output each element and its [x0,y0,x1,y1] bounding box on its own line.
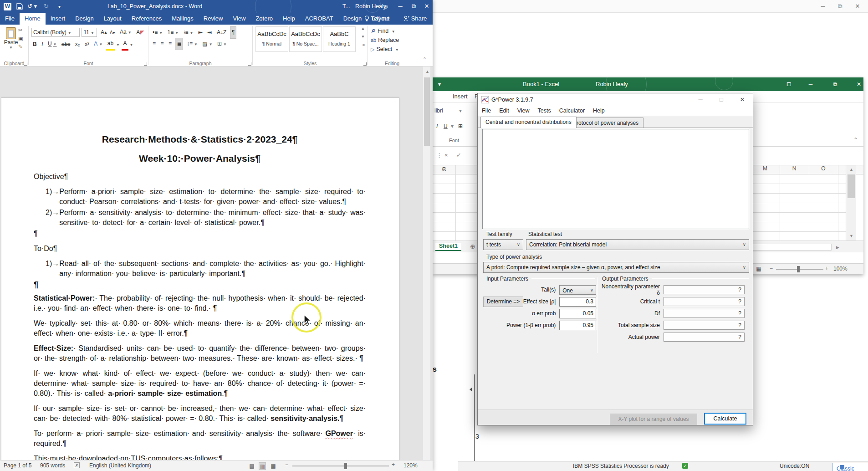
tell-me-button[interactable]: Tell me [364,15,390,22]
ribbon-tab[interactable]: Help [278,13,300,25]
scrollbar-thumb[interactable] [424,77,430,146]
collapse-ribbon-icon[interactable]: ⌃ [853,137,858,143]
close-icon[interactable]: ✕ [732,93,753,106]
calculate-button[interactable]: Calculate [704,413,746,425]
justify-icon[interactable]: ≣ [175,38,183,50]
cut-icon[interactable]: ✂ [18,27,22,33]
bullets-icon[interactable]: •≡▼ [151,27,164,39]
excel-titlebar[interactable]: ▾ Book1 - Excel Robin Healy ⧠ ─ ⧉ ✕ [433,77,863,91]
doc-paragraph[interactable]: Objective¶ [34,172,366,182]
minimize-icon[interactable]: ─ [393,0,408,13]
menu-item[interactable]: View [513,106,534,114]
column-header[interactable]: M [751,165,780,174]
zoom-in-icon[interactable]: + [825,265,828,271]
doc-paragraph[interactable]: 1)→Read· all· of· the· subsequent· secti… [34,259,366,279]
tab-central-noncentral[interactable]: Central and noncentral distributions [480,117,577,128]
word-vertical-scrollbar[interactable]: ▲ [423,67,430,460]
scroll-up-icon[interactable]: ▲ [849,167,853,172]
minimize-icon[interactable]: ─ [690,93,711,106]
ribbon-tab[interactable]: Design [70,13,98,25]
web-layout-icon[interactable]: ▦ [270,462,277,470]
tails-select[interactable]: ∨One [559,285,596,295]
multilevel-list-icon[interactable]: ⁝≡▼ [182,27,195,39]
menu-item[interactable]: Edit [495,106,513,114]
gallery-down-icon[interactable]: ▼ [361,35,365,39]
print-layout-icon[interactable]: ▥ [259,462,266,470]
language-indicator[interactable]: English (United Kingdom) [89,462,151,469]
restore-icon[interactable]: ⧉ [827,79,843,89]
paste-button[interactable]: Paste [3,39,19,46]
zoom-in-icon[interactable]: + [392,461,395,468]
dialog-launcher-icon[interactable] [144,62,147,66]
ribbon-tab[interactable]: Mailings [167,13,199,25]
smile-feedback-icon[interactable]: ☺ [378,0,393,13]
doc-paragraph[interactable]: If· our· sample· size· is· set· or· cann… [34,404,366,424]
word-count[interactable]: 905 words [40,462,65,469]
menu-item[interactable]: File [478,106,495,114]
ribbon-tab[interactable]: ACROBAT [300,13,338,25]
column-header[interactable]: C [433,166,455,173]
doc-paragraph[interactable]: If· we· know· what· kind· of· effect· we… [34,369,366,399]
gpower-titlebar[interactable]: G*Power 3.1.9.7 ─ □ ✕ [478,93,753,106]
gallery-up-icon[interactable]: ▲ [361,26,365,31]
ribbon-display-icon[interactable]: ⧠ [781,79,797,89]
zoom-level[interactable]: 120% [403,462,418,469]
numbering-icon[interactable]: 1≡▼ [166,27,180,39]
doc-paragraph[interactable]: 2)→Perform· a· sensitivity· analysis· to… [34,208,366,228]
document-page[interactable]: Research·Methods·&·Statistics·2·2023_24¶… [1,97,399,460]
shading-icon[interactable]: ▨▼ [201,38,214,50]
power-analysis-select[interactable]: A priori: Compute required sample size –… [483,262,749,273]
style-card[interactable]: AaBbCcDc ¶ No Spac... [289,26,322,52]
dialog-launcher-icon[interactable] [363,62,367,66]
gallery-more-icon[interactable]: ≡ [363,43,365,47]
doc-paragraph[interactable]: 1)→Perform· a-priori· sample· size· esti… [34,187,366,207]
doc-paragraph[interactable]: ¶ [34,280,366,290]
borders-icon[interactable]: ⊞ [458,123,463,129]
determine-button[interactable]: Determine => [483,297,523,307]
zoom-out-icon[interactable]: − [770,265,773,271]
share-button[interactable]: Share [403,15,427,22]
excel-user[interactable]: Robin Healy [596,81,628,87]
redo-icon[interactable]: ↻ [44,3,49,10]
scroll-down-icon[interactable]: ▼ [849,234,853,238]
italic-button[interactable]: I [436,123,438,129]
font-size-select[interactable]: 11▼ [82,28,97,37]
dialog-launcher-icon[interactable] [24,62,27,66]
zoom-level[interactable]: 100% [833,266,848,272]
scrollbar-track[interactable] [751,244,832,251]
scroll-up-icon[interactable]: ▲ [425,69,429,74]
zoom-out-icon[interactable]: − [285,461,288,468]
scroll-right-icon[interactable]: ▶ [836,245,839,250]
format-painter-icon[interactable]: ✎ [18,44,22,50]
save-icon[interactable] [16,3,23,10]
enter-icon[interactable]: ✓ [456,152,461,159]
zoom-slider[interactable] [776,269,823,270]
change-case-icon[interactable]: Aa▼ [118,26,133,38]
grow-font-icon[interactable]: A▴ [99,27,108,38]
ribbon-tab[interactable]: File [0,13,20,25]
ribbon-tab[interactable]: Home [20,13,46,25]
bold-button[interactable]: B [31,39,38,50]
superscript-button[interactable]: x² [83,39,91,50]
doc-paragraph[interactable]: ¶ [34,229,366,239]
input-param-field[interactable]: 0.05 [559,309,596,318]
test-family-select[interactable]: t tests∨ [483,239,523,250]
doc-paragraph[interactable]: To· perform· a· priori· sample· size· es… [34,429,366,449]
document-content[interactable]: Research·Methods·&·Statistics·2·2023_24¶… [34,133,366,460]
show-formatting-marks-button[interactable]: ¶ [230,26,236,39]
scrollbar-thumb[interactable] [848,174,855,198]
italic-button[interactable]: I [40,39,44,50]
undo-icon[interactable]: ↺ ▾ [27,3,37,10]
text-effects-icon[interactable]: A▼ [92,38,104,50]
font-name-fragment[interactable]: libri [434,108,443,114]
restore-icon[interactable]: ⧉ [832,1,848,11]
clear-formatting-icon[interactable]: A◤ [135,27,145,38]
underline-button[interactable]: U [444,123,448,129]
zoom-slider-thumb[interactable] [797,266,800,272]
excel-grid-left[interactable] [433,174,484,241]
borders-icon[interactable]: ⊞▼ [216,38,228,50]
sheet-tab-sheet1[interactable]: Sheet1 [435,243,461,251]
chevron-down-icon[interactable]: ▾ [459,108,462,114]
xy-plot-button[interactable]: X-Y plot for a range of values [610,414,697,425]
replace-button[interactable]: abReplace [371,36,414,45]
